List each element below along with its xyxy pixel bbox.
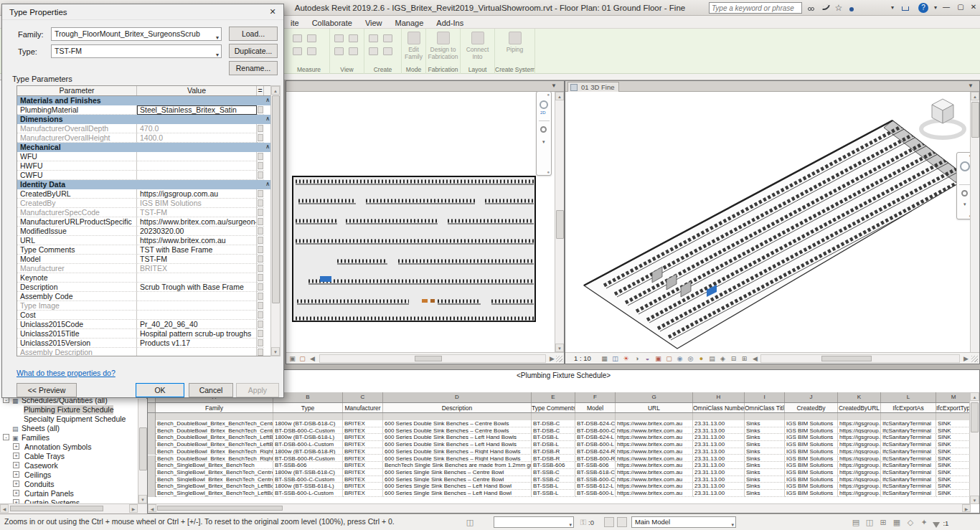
- cell[interactable]: BT-DSB-624-C: [575, 420, 616, 427]
- cell[interactable]: 23.31.13.00: [693, 420, 745, 427]
- column-header[interactable]: URL: [616, 403, 693, 412]
- measure-tool-icon[interactable]: [293, 34, 302, 42]
- parameter-row[interactable]: Uniclass2015CodePr_40_20_96_40: [17, 320, 273, 329]
- cell[interactable]: Sinks: [745, 434, 785, 441]
- cell[interactable]: Bench_SingleBowl_Britex_BenchTech_LeftBo…: [156, 490, 273, 497]
- cell[interactable]: 23.31.13.00: [693, 434, 745, 441]
- cell[interactable]: https://igsgroup.: [838, 448, 881, 455]
- collapse-icon[interactable]: ∧: [265, 143, 270, 152]
- cell[interactable]: 1800w (BT-DSB-618-C): [273, 420, 343, 427]
- cell[interactable]: Sinks: [745, 427, 785, 435]
- store-cart-icon[interactable]: [900, 2, 911, 14]
- cell[interactable]: BRITEX: [343, 448, 383, 455]
- status-toggle-icon-1[interactable]: [604, 517, 614, 527]
- reveal-hidden-icon[interactable]: ●: [697, 354, 706, 363]
- cell[interactable]: IfcSanitaryTerminal: [881, 448, 936, 455]
- parameter-value-cell[interactable]: https://www.britex.com.au: [137, 236, 257, 245]
- cell[interactable]: BT-DSB-624-R: [575, 448, 616, 455]
- shadows-icon[interactable]: ◑: [632, 354, 641, 363]
- sidebar-item-specialty-equipment-schedule[interactable]: Specialty Equipment Schedule: [0, 415, 138, 424]
- ribbon-tab[interactable]: Collaborate: [306, 16, 359, 29]
- cell[interactable]: BenchTech Single Sink Benches are made f…: [383, 462, 532, 469]
- cell[interactable]: Sinks: [745, 455, 785, 463]
- design-to-fabrication-button[interactable]: Design to Fabrication: [428, 31, 458, 64]
- three-d-view-window[interactable]: 01 3D Fine ▼ ● ▾ ● ▲ 1 : 10 ▦◫☀◑◒: [565, 80, 980, 364]
- cell[interactable]: IfcSanitaryTerminal: [881, 462, 936, 469]
- cell[interactable]: BT-DSB-600-C-Custom: [273, 427, 343, 435]
- cell[interactable]: BT-DSB-600-R-Custom: [273, 455, 343, 463]
- navbar-caret-icon[interactable]: ▾: [963, 202, 966, 207]
- cell[interactable]: BRITEX: [343, 462, 383, 469]
- sun-path-icon[interactable]: ☀: [621, 354, 631, 363]
- cell[interactable]: BT-DSB-R: [532, 448, 575, 455]
- create-tool-icon[interactable]: [383, 47, 392, 55]
- cell[interactable]: SINK: [936, 420, 971, 427]
- cell[interactable]: BT-SSB-612-L: [575, 483, 616, 490]
- design-options-dropdown[interactable]: Main Model▾: [631, 516, 736, 528]
- cell[interactable]: IfcSanitaryTerminal: [881, 469, 936, 476]
- search-input[interactable]: [709, 2, 802, 14]
- table-row[interactable]: Bench_SingleBowl_Britex_BenchTechBT-SSB-…: [148, 462, 971, 469]
- parameter-value-cell[interactable]: BRITEX: [137, 264, 257, 273]
- parameter-group-row[interactable]: Materials and Finishes∧: [17, 96, 273, 105]
- cell[interactable]: SINK: [936, 455, 971, 463]
- column-header[interactable]: OmniClass Number: [693, 403, 745, 412]
- close-button[interactable]: ✕: [967, 0, 980, 14]
- parameter-value-cell[interactable]: [137, 152, 257, 161]
- column-letter[interactable]: F: [575, 392, 616, 402]
- favorites-star-icon[interactable]: ☆: [833, 2, 844, 14]
- cell[interactable]: Bench_DoubleBowl_Britex_BenchTech_LeftBo…: [156, 441, 273, 448]
- cell[interactable]: Sinks: [745, 469, 785, 476]
- column-letter[interactable]: J: [785, 392, 838, 402]
- parameter-row[interactable]: Uniclass2015VersionProducts v1.17: [17, 339, 273, 348]
- create-tool-icon[interactable]: [383, 34, 392, 42]
- cell[interactable]: https://www.britex.com.au: [616, 427, 693, 435]
- preview-button[interactable]: << Preview: [17, 383, 77, 397]
- parameter-row[interactable]: HWFU: [17, 161, 273, 171]
- column-header[interactable]: Manufacturer: [343, 403, 383, 412]
- tree-expander-icon[interactable]: +: [13, 462, 19, 468]
- cell[interactable]: IfcSanitaryTerminal: [881, 420, 936, 427]
- parameter-value-cell[interactable]: [137, 292, 257, 301]
- cell[interactable]: Bench_DoubleBowl_Britex_BenchTech_Centre…: [156, 420, 273, 427]
- browser-vertical-scrollbar[interactable]: ▼: [138, 399, 147, 503]
- navbar-caret-icon[interactable]: ▾: [542, 139, 545, 145]
- cell[interactable]: IGS BIM Solutions: [785, 448, 838, 455]
- table-row[interactable]: Bench_SingleBowl_Britex_BenchTech_Centre…: [148, 476, 971, 483]
- parameter-row[interactable]: ManufacturerOverallHeight1400.0: [17, 133, 273, 143]
- cell[interactable]: BT-SSB-606: [273, 462, 343, 469]
- sidebar-item-conduits[interactable]: +Conduits: [0, 480, 138, 489]
- crop-view-icon[interactable]: ▣: [654, 354, 663, 363]
- cell[interactable]: Bench_DoubleBowl_Britex_BenchTech_LeftBo…: [156, 434, 273, 441]
- parameter-value-cell[interactable]: [137, 311, 257, 320]
- communication-center-icon[interactable]: [820, 2, 831, 14]
- tree-expander-icon[interactable]: +: [13, 453, 19, 459]
- cell[interactable]: https://www.britex.com.au: [616, 441, 693, 448]
- cell[interactable]: Sinks: [745, 490, 785, 497]
- table-row[interactable]: Bench_DoubleBowl_Britex_BenchTech_RightB…: [148, 448, 971, 455]
- cell[interactable]: IGS BIM Solutions: [785, 469, 838, 476]
- scroll-right-icon[interactable]: ▶: [961, 354, 971, 363]
- parameter-group-row[interactable]: Identity Data∧: [17, 180, 273, 189]
- help-icon[interactable]: ?: [918, 3, 928, 13]
- parameter-row[interactable]: ModifiedIssue20230320.00: [17, 227, 273, 236]
- cell[interactable]: Bench_SingleBowl_Britex_BenchTech_LeftBo…: [156, 483, 273, 490]
- piping-button[interactable]: Piping: [496, 31, 533, 64]
- cell[interactable]: SINK: [936, 427, 971, 435]
- cell[interactable]: SINK: [936, 483, 971, 490]
- type-parameters-table[interactable]: Parameter Value = Materials and Finishes…: [17, 85, 273, 356]
- parameters-scrollbar[interactable]: ▲ ▼: [270, 85, 281, 356]
- view-tool-icon[interactable]: [334, 34, 344, 42]
- schedule-column-headers[interactable]: FamilyTypeManufacturerDescriptionType Co…: [148, 402, 971, 413]
- view-cube[interactable]: [919, 92, 966, 146]
- show-crop-icon[interactable]: ▣: [288, 354, 297, 363]
- parameter-row[interactable]: CWFU: [17, 171, 273, 180]
- cell[interactable]: IGS BIM Solutions: [785, 420, 838, 427]
- column-header[interactable]: Model: [575, 403, 616, 412]
- parameter-group-row[interactable]: Mechanical∧: [17, 143, 273, 152]
- table-row[interactable]: Bench_SingleBowl_Britex_BenchTech_LeftBo…: [148, 490, 971, 497]
- cell[interactable]: https://www.britex.com.au: [616, 476, 693, 483]
- measure-tool-icon[interactable]: [307, 47, 316, 55]
- visual-style-icon[interactable]: ◫: [611, 354, 620, 363]
- schedule-vertical-scrollbar[interactable]: ▲ ▼: [969, 392, 979, 504]
